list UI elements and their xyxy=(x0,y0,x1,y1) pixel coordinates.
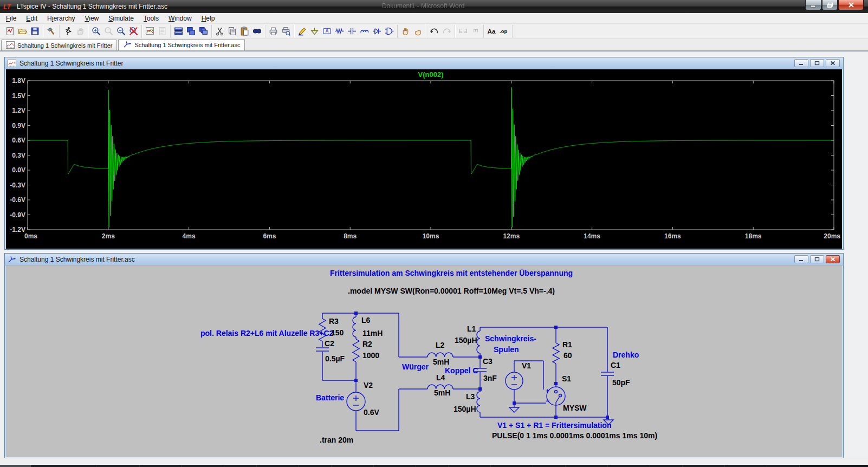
toolbar-text-button[interactable]: Aa xyxy=(485,25,498,37)
toolbar-zoom-full-extents-button[interactable] xyxy=(127,25,140,37)
taskbar-window-sliver[interactable] xyxy=(96,465,140,467)
toolbar-redo-button[interactable] xyxy=(441,25,453,37)
minimize-button[interactable] xyxy=(805,0,821,10)
menu-item-file[interactable]: File xyxy=(1,14,21,23)
waveform-window-titlebar[interactable]: Schaltung 1 Schwingkreis mit Fritter xyxy=(5,57,843,69)
component-S1[interactable] xyxy=(547,387,565,405)
component-R1[interactable] xyxy=(553,343,559,364)
toolbar-paste-button[interactable] xyxy=(238,25,251,37)
waveform-restore-button[interactable] xyxy=(810,59,824,67)
toolbar-view-waveform-button[interactable] xyxy=(144,25,156,37)
toolbar-mirror-button[interactable]: EE xyxy=(457,25,469,37)
taskbar-strip[interactable] xyxy=(0,465,868,467)
waveform-minimize-button[interactable] xyxy=(794,59,808,67)
taskbar-window-sliver[interactable] xyxy=(0,465,31,467)
toolbar-new-schematic-button[interactable] xyxy=(4,25,16,37)
toolbar-zoom-back-button[interactable] xyxy=(102,25,115,37)
toolbar-print-button[interactable] xyxy=(267,25,280,37)
waveform-plot-area[interactable]: 0ms2ms4ms6ms8ms10ms12ms14ms16ms18ms20ms1… xyxy=(6,69,842,249)
taskbar-window-sliver[interactable] xyxy=(416,465,449,467)
toolbar-zoom-out-button[interactable] xyxy=(115,25,127,37)
menu-item-edit[interactable]: Edit xyxy=(21,14,42,23)
schematic-close-button[interactable] xyxy=(826,255,840,263)
taskbar-window-sliver[interactable] xyxy=(491,465,533,467)
taskbar-window-sliver[interactable] xyxy=(725,465,767,467)
close-button[interactable] xyxy=(838,0,864,10)
waveform-plot[interactable]: 0ms2ms4ms6ms8ms10ms12ms14ms16ms18ms20ms1… xyxy=(6,69,841,249)
schematic-canvas[interactable]: Frittersimulation am Schwingkreis mit en… xyxy=(6,265,842,457)
toolbar-cascade-windows-button[interactable] xyxy=(197,25,210,37)
menu-bar: FileEditHierarchyViewSimulateToolsWindow… xyxy=(0,13,868,24)
toolbar-drag-button[interactable] xyxy=(412,25,424,37)
component-C2[interactable] xyxy=(316,348,329,351)
component-L6[interactable] xyxy=(353,317,356,337)
menu-item-window[interactable]: Window xyxy=(164,14,197,23)
toolbar-copy-button[interactable] xyxy=(226,25,238,37)
taskbar-window-sliver[interactable] xyxy=(182,465,224,467)
restore-button[interactable] xyxy=(822,0,838,10)
taskbar-window-sliver[interactable] xyxy=(608,465,650,467)
toolbar-move-button[interactable] xyxy=(399,25,412,37)
taskbar-window-sliver[interactable] xyxy=(767,465,800,467)
taskbar-window-sliver[interactable] xyxy=(683,465,725,467)
taskbar-window-sliver[interactable] xyxy=(566,465,608,467)
taskbar-window-sliver[interactable] xyxy=(332,465,374,467)
toolbar-capacitor-button[interactable] xyxy=(346,25,358,37)
toolbar-run-button[interactable] xyxy=(61,25,74,37)
toolbar-label-net-button[interactable]: A xyxy=(321,25,333,37)
schematic-drawing[interactable]: Frittersimulation am Schwingkreis mit en… xyxy=(6,265,841,457)
main-titlebar[interactable]: LT LTspice IV - Schaltung 1 Schwingkreis… xyxy=(0,0,868,13)
toolbar-cut-button[interactable] xyxy=(213,25,226,37)
schematic-window[interactable]: Schaltung 1 Schwingkreis mit Fritter.asc… xyxy=(4,253,844,458)
menu-item-view[interactable]: View xyxy=(80,14,103,23)
taskbar-window-sliver[interactable] xyxy=(299,465,332,467)
component-V1[interactable] xyxy=(506,372,523,390)
toolbar-tile-horizontal-button[interactable] xyxy=(172,25,185,37)
schematic-minimize-button[interactable] xyxy=(794,255,808,263)
toolbar-zoom-in-button[interactable] xyxy=(90,25,102,37)
toolbar-view-netlist-button[interactable] xyxy=(156,25,169,37)
waveform-window[interactable]: Schaltung 1 Schwingkreis mit Fritter 0ms… xyxy=(4,57,844,250)
component-R2[interactable] xyxy=(353,339,359,362)
menu-item-help[interactable]: Help xyxy=(197,14,220,23)
taskbar-window-sliver[interactable] xyxy=(140,465,182,467)
trace-label[interactable]: V(n002) xyxy=(418,70,444,79)
toolbar-inductor-button[interactable] xyxy=(358,25,371,37)
tab-schematic[interactable]: Schaltung 1 Schwingkreis mit Fritter.asc xyxy=(118,39,245,50)
taskbar-window-sliver[interactable] xyxy=(533,465,566,467)
schematic-restore-button[interactable] xyxy=(810,255,824,263)
tab-waveform[interactable]: Schaltung 1 Schwingkreis mit Fritter xyxy=(1,40,117,50)
component-C1[interactable] xyxy=(601,372,614,375)
toolbar-component-button[interactable] xyxy=(383,25,396,37)
toolbar-control-panel-button[interactable] xyxy=(45,25,57,37)
menu-item-simulate[interactable]: Simulate xyxy=(103,14,139,23)
toolbar-wire-button[interactable] xyxy=(296,25,308,37)
component-L1[interactable] xyxy=(477,331,480,353)
y-tick-label: -1.2V xyxy=(10,226,25,234)
menu-item-tools[interactable]: Tools xyxy=(139,14,164,23)
schematic-window-titlebar[interactable]: Schaltung 1 Schwingkreis mit Fritter.asc xyxy=(5,254,843,265)
waveform-close-button[interactable] xyxy=(826,59,840,67)
toolbar-open-button[interactable] xyxy=(16,25,29,37)
toolbar-save-button[interactable] xyxy=(29,25,41,37)
taskbar-window-sliver[interactable] xyxy=(257,465,299,467)
toolbar-resistor-button[interactable] xyxy=(333,25,346,37)
toolbar-undo-button[interactable] xyxy=(428,25,441,37)
toolbar-halt-button[interactable] xyxy=(74,25,86,37)
component-L2[interactable] xyxy=(427,353,453,357)
toolbar-spice-directive-button[interactable]: .op xyxy=(498,25,510,37)
taskbar-window-sliver[interactable] xyxy=(449,465,491,467)
toolbar-rotate-button[interactable]: E xyxy=(469,25,482,37)
taskbar-window-sliver[interactable] xyxy=(374,465,416,467)
taskbar-window-sliver[interactable] xyxy=(224,465,257,467)
toolbar-diode-button[interactable] xyxy=(371,25,383,37)
menu-item-hierarchy[interactable]: Hierarchy xyxy=(42,14,80,23)
toolbar-find-button[interactable] xyxy=(251,25,263,37)
component-L3[interactable] xyxy=(477,392,480,412)
toolbar-tile-vertical-button[interactable] xyxy=(185,25,197,37)
toolbar-print-preview-button[interactable] xyxy=(280,25,292,37)
taskbar-window-sliver[interactable] xyxy=(31,465,96,467)
toolbar-ground-button[interactable] xyxy=(308,25,321,37)
taskbar-window-sliver[interactable] xyxy=(650,465,683,467)
component-V2[interactable] xyxy=(347,392,365,411)
